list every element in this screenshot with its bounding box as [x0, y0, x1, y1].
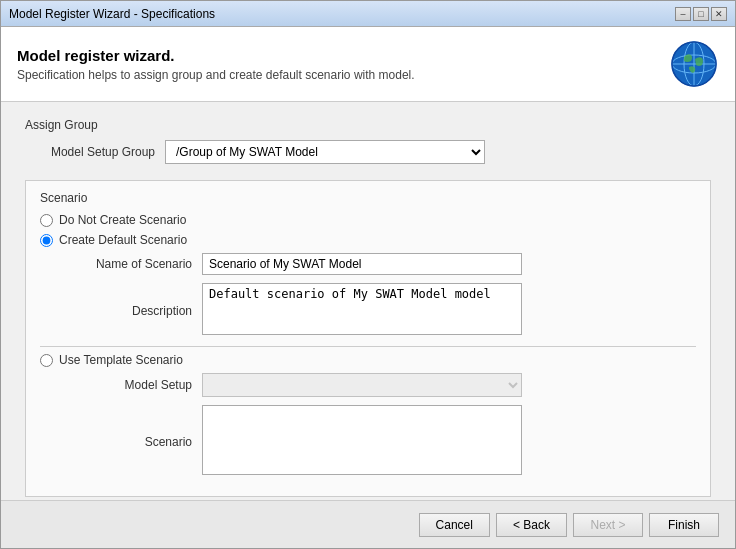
no-create-scenario-row: Do Not Create Scenario	[40, 213, 696, 227]
no-create-scenario-label[interactable]: Do Not Create Scenario	[59, 213, 186, 227]
separator-1	[40, 346, 696, 347]
template-model-setup-dropdown[interactable]	[202, 373, 522, 397]
title-bar: Model Register Wizard - Specifications –…	[1, 1, 735, 27]
use-template-scenario-radio[interactable]	[40, 354, 53, 367]
main-window: Model Register Wizard - Specifications –…	[0, 0, 736, 549]
no-create-scenario-radio[interactable]	[40, 214, 53, 227]
use-template-scenario-row: Use Template Scenario	[40, 353, 696, 367]
window-title: Model Register Wizard - Specifications	[9, 7, 215, 21]
close-button[interactable]: ✕	[711, 7, 727, 21]
model-setup-group-row: Model Setup Group /Group of My SWAT Mode…	[25, 140, 711, 164]
template-scenario-textarea[interactable]	[202, 405, 522, 475]
name-of-scenario-row: Name of Scenario	[62, 253, 696, 275]
footer: Cancel < Back Next > Finish	[1, 500, 735, 548]
model-setup-group-control: /Group of My SWAT Model	[165, 140, 711, 164]
maximize-button[interactable]: □	[693, 7, 709, 21]
name-of-scenario-control	[202, 253, 696, 275]
globe-icon	[669, 39, 719, 89]
header-subtitle: Specification helps to assign group and …	[17, 68, 669, 82]
scenario-title: Scenario	[40, 191, 696, 205]
back-button[interactable]: < Back	[496, 513, 567, 537]
finish-button[interactable]: Finish	[649, 513, 719, 537]
cancel-button[interactable]: Cancel	[419, 513, 490, 537]
template-scenario-control	[202, 405, 696, 478]
template-model-setup-control	[202, 373, 696, 397]
description-control: Default scenario of My SWAT Model model	[202, 283, 696, 338]
template-scenario-label: Scenario	[62, 435, 202, 449]
description-textarea[interactable]: Default scenario of My SWAT Model model	[202, 283, 522, 335]
header-title: Model register wizard.	[17, 47, 669, 64]
template-scenario-row: Scenario	[62, 405, 696, 478]
minimize-button[interactable]: –	[675, 7, 691, 21]
main-content: Assign Group Model Setup Group /Group of…	[1, 102, 735, 500]
header-section: Model register wizard. Specification hel…	[1, 27, 735, 102]
name-of-scenario-label: Name of Scenario	[62, 257, 202, 271]
title-bar-buttons: – □ ✕	[675, 7, 727, 21]
model-setup-group-dropdown[interactable]: /Group of My SWAT Model	[165, 140, 485, 164]
description-label: Description	[62, 304, 202, 318]
assign-group-title: Assign Group	[25, 118, 711, 132]
next-button[interactable]: Next >	[573, 513, 643, 537]
create-default-scenario-radio[interactable]	[40, 234, 53, 247]
create-default-scenario-label[interactable]: Create Default Scenario	[59, 233, 187, 247]
template-model-setup-label: Model Setup	[62, 378, 202, 392]
model-setup-group-label: Model Setup Group	[25, 145, 165, 159]
template-model-setup-row: Model Setup	[62, 373, 696, 397]
header-text: Model register wizard. Specification hel…	[17, 47, 669, 82]
assign-group-section: Assign Group Model Setup Group /Group of…	[25, 118, 711, 164]
scenario-section: Scenario Do Not Create Scenario Create D…	[25, 180, 711, 497]
name-of-scenario-input[interactable]	[202, 253, 522, 275]
use-template-scenario-label[interactable]: Use Template Scenario	[59, 353, 183, 367]
create-default-scenario-row: Create Default Scenario	[40, 233, 696, 247]
description-row: Description Default scenario of My SWAT …	[62, 283, 696, 338]
